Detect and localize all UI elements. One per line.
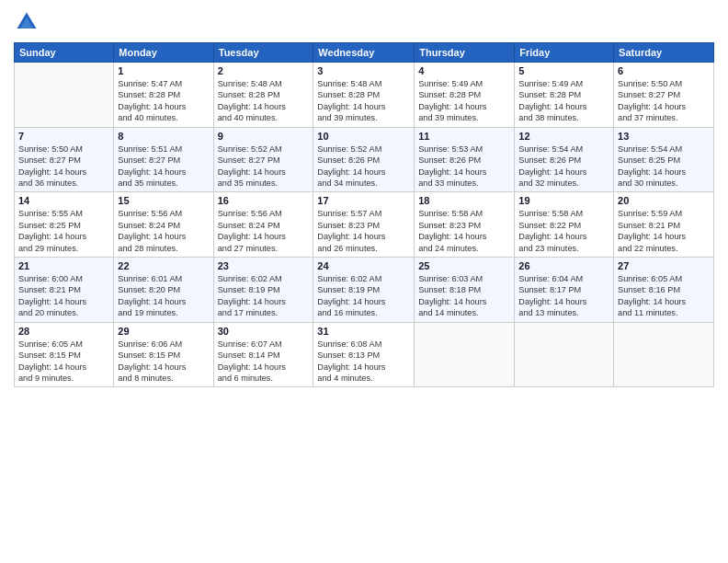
day-number: 25 [418, 260, 510, 271]
day-number: 8 [118, 131, 209, 142]
day-number: 2 [218, 65, 310, 76]
day-cell: 25Sunrise: 6:03 AM Sunset: 8:18 PM Dayli… [415, 258, 515, 323]
day-info: Sunrise: 5:55 AM Sunset: 8:25 PM Dayligh… [18, 208, 109, 254]
day-cell: 4Sunrise: 5:49 AM Sunset: 8:28 PM Daylig… [415, 63, 515, 128]
day-number: 22 [118, 260, 209, 271]
day-info: Sunrise: 6:04 AM Sunset: 8:17 PM Dayligh… [518, 273, 609, 319]
day-number: 7 [18, 131, 109, 142]
day-cell: 27Sunrise: 6:05 AM Sunset: 8:16 PM Dayli… [614, 258, 714, 323]
day-info: Sunrise: 5:56 AM Sunset: 8:24 PM Dayligh… [218, 208, 310, 254]
day-info: Sunrise: 6:03 AM Sunset: 8:18 PM Dayligh… [418, 273, 510, 319]
day-info: Sunrise: 6:01 AM Sunset: 8:20 PM Dayligh… [118, 273, 209, 319]
day-cell [15, 63, 114, 128]
day-info: Sunrise: 6:02 AM Sunset: 8:19 PM Dayligh… [317, 273, 410, 319]
day-cell: 26Sunrise: 6:04 AM Sunset: 8:17 PM Dayli… [515, 258, 614, 323]
day-number: 29 [118, 326, 209, 337]
day-cell: 5Sunrise: 5:49 AM Sunset: 8:28 PM Daylig… [515, 63, 614, 128]
day-number: 26 [518, 260, 609, 271]
day-cell [614, 322, 714, 387]
logo-icon [14, 9, 40, 35]
day-cell: 9Sunrise: 5:52 AM Sunset: 8:27 PM Daylig… [213, 127, 313, 192]
day-cell: 11Sunrise: 5:53 AM Sunset: 8:26 PM Dayli… [415, 127, 515, 192]
day-info: Sunrise: 5:56 AM Sunset: 8:24 PM Dayligh… [118, 208, 209, 254]
day-cell: 28Sunrise: 6:05 AM Sunset: 8:15 PM Dayli… [15, 322, 114, 387]
day-info: Sunrise: 6:07 AM Sunset: 8:14 PM Dayligh… [218, 339, 310, 385]
day-number: 14 [18, 195, 109, 206]
day-number: 12 [518, 131, 609, 142]
day-cell: 22Sunrise: 6:01 AM Sunset: 8:20 PM Dayli… [114, 258, 213, 323]
day-number: 13 [618, 131, 710, 142]
day-info: Sunrise: 5:48 AM Sunset: 8:28 PM Dayligh… [317, 78, 410, 124]
week-row-2: 7Sunrise: 5:50 AM Sunset: 8:27 PM Daylig… [15, 127, 714, 192]
col-header-saturday: Saturday [614, 43, 714, 63]
week-row-4: 21Sunrise: 6:00 AM Sunset: 8:21 PM Dayli… [15, 258, 714, 323]
col-header-monday: Monday [114, 43, 213, 63]
day-info: Sunrise: 5:49 AM Sunset: 8:28 PM Dayligh… [418, 78, 510, 124]
header [14, 9, 714, 35]
day-number: 4 [418, 65, 510, 76]
day-info: Sunrise: 5:54 AM Sunset: 8:25 PM Dayligh… [618, 144, 710, 190]
day-number: 30 [218, 326, 310, 337]
day-number: 16 [218, 195, 310, 206]
day-info: Sunrise: 5:57 AM Sunset: 8:23 PM Dayligh… [317, 208, 410, 254]
day-number: 17 [317, 195, 410, 206]
col-header-sunday: Sunday [15, 43, 114, 63]
day-cell: 18Sunrise: 5:58 AM Sunset: 8:23 PM Dayli… [415, 192, 515, 258]
day-number: 6 [618, 65, 710, 76]
day-number: 11 [418, 131, 510, 142]
day-cell: 31Sunrise: 6:08 AM Sunset: 8:13 PM Dayli… [313, 322, 415, 387]
week-row-5: 28Sunrise: 6:05 AM Sunset: 8:15 PM Dayli… [15, 322, 714, 387]
day-number: 24 [317, 260, 410, 271]
col-header-thursday: Thursday [415, 43, 515, 63]
day-cell [415, 322, 515, 387]
day-cell: 20Sunrise: 5:59 AM Sunset: 8:21 PM Dayli… [614, 192, 714, 258]
day-number: 27 [618, 260, 710, 271]
day-number: 9 [218, 131, 310, 142]
day-cell: 16Sunrise: 5:56 AM Sunset: 8:24 PM Dayli… [213, 192, 313, 258]
day-number: 18 [418, 195, 510, 206]
day-cell: 14Sunrise: 5:55 AM Sunset: 8:25 PM Dayli… [15, 192, 114, 258]
day-info: Sunrise: 6:00 AM Sunset: 8:21 PM Dayligh… [18, 273, 109, 319]
day-info: Sunrise: 6:06 AM Sunset: 8:15 PM Dayligh… [118, 339, 209, 385]
day-cell: 15Sunrise: 5:56 AM Sunset: 8:24 PM Dayli… [114, 192, 213, 258]
day-cell: 17Sunrise: 5:57 AM Sunset: 8:23 PM Dayli… [313, 192, 415, 258]
day-info: Sunrise: 5:59 AM Sunset: 8:21 PM Dayligh… [618, 208, 710, 254]
day-info: Sunrise: 6:02 AM Sunset: 8:19 PM Dayligh… [218, 273, 310, 319]
day-number: 21 [18, 260, 109, 271]
day-info: Sunrise: 5:50 AM Sunset: 8:27 PM Dayligh… [618, 78, 710, 124]
day-cell [515, 322, 614, 387]
day-number: 19 [518, 195, 609, 206]
day-cell: 21Sunrise: 6:00 AM Sunset: 8:21 PM Dayli… [15, 258, 114, 323]
day-cell: 8Sunrise: 5:51 AM Sunset: 8:27 PM Daylig… [114, 127, 213, 192]
day-number: 20 [618, 195, 710, 206]
day-info: Sunrise: 5:52 AM Sunset: 8:26 PM Dayligh… [317, 144, 410, 190]
day-info: Sunrise: 5:51 AM Sunset: 8:27 PM Dayligh… [118, 144, 209, 190]
header-row: SundayMondayTuesdayWednesdayThursdayFrid… [15, 43, 714, 63]
col-header-tuesday: Tuesday [213, 43, 313, 63]
day-cell: 1Sunrise: 5:47 AM Sunset: 8:28 PM Daylig… [114, 63, 213, 128]
day-cell: 29Sunrise: 6:06 AM Sunset: 8:15 PM Dayli… [114, 322, 213, 387]
day-cell: 7Sunrise: 5:50 AM Sunset: 8:27 PM Daylig… [15, 127, 114, 192]
day-info: Sunrise: 6:05 AM Sunset: 8:16 PM Dayligh… [618, 273, 710, 319]
day-number: 15 [118, 195, 209, 206]
day-cell: 24Sunrise: 6:02 AM Sunset: 8:19 PM Dayli… [313, 258, 415, 323]
day-cell: 10Sunrise: 5:52 AM Sunset: 8:26 PM Dayli… [313, 127, 415, 192]
day-info: Sunrise: 5:48 AM Sunset: 8:28 PM Dayligh… [218, 78, 310, 124]
day-number: 10 [317, 131, 410, 142]
day-number: 1 [118, 65, 209, 76]
col-header-wednesday: Wednesday [313, 43, 415, 63]
day-number: 23 [218, 260, 310, 271]
day-number: 28 [18, 326, 109, 337]
day-info: Sunrise: 5:54 AM Sunset: 8:26 PM Dayligh… [518, 144, 609, 190]
week-row-1: 1Sunrise: 5:47 AM Sunset: 8:28 PM Daylig… [15, 63, 714, 128]
day-info: Sunrise: 6:05 AM Sunset: 8:15 PM Dayligh… [18, 339, 109, 385]
day-number: 5 [518, 65, 609, 76]
day-info: Sunrise: 5:58 AM Sunset: 8:23 PM Dayligh… [418, 208, 510, 254]
week-row-3: 14Sunrise: 5:55 AM Sunset: 8:25 PM Dayli… [15, 192, 714, 258]
day-cell: 3Sunrise: 5:48 AM Sunset: 8:28 PM Daylig… [313, 63, 415, 128]
day-number: 3 [317, 65, 410, 76]
page: SundayMondayTuesdayWednesdayThursdayFrid… [0, 0, 728, 563]
day-info: Sunrise: 5:52 AM Sunset: 8:27 PM Dayligh… [218, 144, 310, 190]
day-number: 31 [317, 326, 410, 337]
col-header-friday: Friday [515, 43, 614, 63]
